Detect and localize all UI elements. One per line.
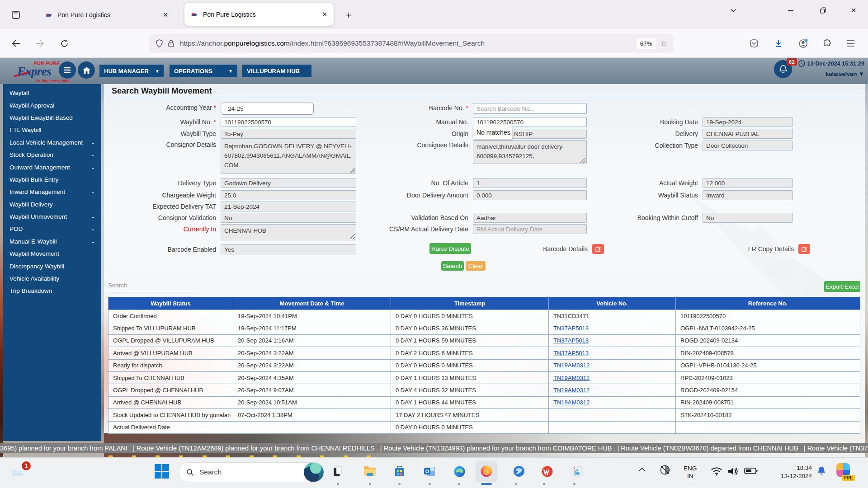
firefox-view-icon[interactable] (8, 7, 24, 23)
menu-icon[interactable] (844, 36, 858, 51)
snipping-tool-icon[interactable] (568, 462, 586, 480)
back-button[interactable] (8, 35, 24, 52)
raise-dispute-button[interactable]: Raise Dispute (429, 243, 471, 254)
sidebar-item-inward-management[interactable]: Inward Management⌄ (3, 186, 101, 198)
wps-office-icon[interactable] (538, 462, 556, 480)
sidebar-item-outward-management[interactable]: Outward Management⌄ (3, 161, 101, 173)
thunderbird-icon[interactable] (510, 462, 528, 480)
resize-handle[interactable] (349, 167, 355, 173)
downloads-icon[interactable] (771, 36, 786, 51)
start-button[interactable] (153, 462, 171, 480)
sidebar-item-waybill-bulk-entry[interactable]: Waybill Bulk Entry (3, 174, 101, 186)
volume-icon[interactable] (727, 466, 739, 476)
table-row: Actual Delivered Date0 DAY 0 HOURS 0 MIN… (108, 421, 860, 433)
address-bar[interactable]: https://anchor.ponpurelogistics.com/inde… (149, 34, 674, 53)
sidebar-item-waybill[interactable]: Waybill (3, 87, 101, 99)
reference-no-cell (676, 421, 860, 433)
vehicle-link[interactable]: TN19AM0312 (553, 387, 590, 394)
table-column-header[interactable]: Vehicle No. (549, 297, 676, 310)
field-input-waybill-status[interactable]: Inward (703, 190, 793, 200)
table-column-header[interactable]: Reference No. (676, 297, 860, 310)
tab-close-icon[interactable]: ✕ (318, 8, 331, 21)
hamburger-menu-icon[interactable] (59, 61, 76, 79)
tab-list-chevron-icon[interactable] (722, 0, 745, 21)
sidebar-item-local-vehicle-management[interactable]: Local Vehicle Management⌄ (3, 136, 101, 149)
sidebar-item-vehicle-availability[interactable]: Vehicle Availability (3, 272, 101, 285)
firefox-icon[interactable] (477, 462, 495, 480)
field-input-barcode-enabled[interactable]: Yes (221, 244, 356, 254)
field-input-booking-within-cutoff[interactable]: No (703, 213, 793, 223)
sidebar-item-stock-operation[interactable]: Stock Operation⌄ (3, 149, 101, 161)
user-menu[interactable]: kalaiselvan ▼ (826, 70, 864, 77)
sidebar-item-manual-e-waybill[interactable]: Manual E-Waybill⌄ (3, 235, 101, 248)
battery-icon[interactable] (744, 467, 758, 475)
lock-icon[interactable] (168, 40, 175, 47)
tab-active[interactable]: Pon Pure Logistics ✕ (184, 3, 334, 26)
tab-inactive[interactable]: Pon Pure Logistics ✕ (39, 5, 175, 24)
sidebar-item-discrepancy-waybill[interactable]: Discrepancy Waybill (3, 260, 101, 272)
operations-dropdown[interactable]: OPERATIONS▼ (170, 65, 237, 77)
sidebar-item-waybill-movement[interactable]: Waybill Movement (3, 248, 101, 260)
page-background: WaybillWaybill ApprovalWaybill EwayBill … (0, 84, 868, 457)
field-input-actual-weight[interactable]: 12.000 (703, 178, 793, 188)
microsoft-store-icon[interactable] (391, 462, 409, 480)
sidebar-item-waybill-delivery[interactable]: Waybill Delivery (3, 198, 101, 211)
dnd-icon[interactable] (659, 464, 671, 476)
field-input-barcode-no[interactable]: Search Barcode No... (473, 103, 587, 114)
vehicle-link[interactable]: TN37AP5013 (553, 325, 589, 332)
sidebar-item-waybill-unmovement[interactable]: Waybill Unmovement⌄ (3, 211, 101, 223)
hub-manager-dropdown[interactable]: HUB MANAGER▼ (99, 65, 164, 77)
pocket-icon[interactable] (747, 36, 761, 51)
field-input-booking-date[interactable]: 19-Sep-2024 (703, 117, 793, 127)
table-column-header[interactable]: Waybill Status (108, 297, 233, 310)
field-input-delivery[interactable]: CHENNAI PUZHAL (703, 129, 793, 139)
clear-button[interactable]: Clear (466, 261, 486, 271)
tab-close-icon[interactable]: ✕ (159, 9, 172, 21)
vehicle-link[interactable]: TN37AP5013 (553, 337, 589, 344)
forward-button[interactable] (32, 35, 48, 52)
window-restore-button[interactable] (811, 0, 835, 21)
table-column-header[interactable]: Movement Date & Time (233, 297, 391, 310)
new-tab-button[interactable]: + (341, 8, 356, 23)
task-view-icon[interactable] (329, 462, 347, 480)
account-icon[interactable] (796, 36, 810, 51)
notification-bell-icon[interactable] (816, 465, 826, 476)
tray-chevron-icon[interactable] (638, 467, 646, 472)
table-filter-input[interactable] (108, 292, 196, 292)
field-input-collection-type[interactable]: Door Collection (703, 141, 793, 150)
zoom-level-badge[interactable]: 67% (637, 38, 656, 49)
clock-date[interactable]: 18:3413-12-2024 (769, 464, 812, 480)
resize-handle[interactable] (349, 233, 355, 239)
edge-icon[interactable] (450, 462, 468, 480)
sidebar-item-waybill-ewaybill-based[interactable]: Waybill EwayBill Based (3, 112, 101, 124)
extensions-icon[interactable] (820, 36, 835, 51)
sidebar-item-ftl-waybill[interactable]: FTL Waybill (3, 124, 101, 136)
window-close-button[interactable]: ✕ (842, 0, 865, 21)
vehicle-link[interactable]: TN19AM0312 (553, 399, 590, 406)
resize-handle[interactable] (580, 157, 585, 163)
file-explorer-icon[interactable] (361, 462, 379, 480)
field-input-expected-tat[interactable]: 21-Sep-2024 (221, 202, 356, 211)
language-indicator[interactable]: ENGIN (684, 465, 697, 480)
reload-button[interactable] (56, 35, 72, 52)
sidebar-item-waybill-approval[interactable]: Waybill Approval (3, 99, 101, 111)
field-input-csrm-actual-delivery[interactable]: RM Actual Delivery Date (473, 224, 587, 234)
taskbar-search[interactable]: Search (179, 462, 324, 482)
table-column-header[interactable]: Timestamp (391, 297, 549, 310)
outlook-icon[interactable]: O (420, 462, 439, 480)
barcode-details-edit-button[interactable] (592, 244, 604, 254)
vehicle-link[interactable]: TN37AP5013 (553, 350, 589, 357)
window-minimize-button[interactable] (779, 0, 802, 21)
wifi-icon[interactable] (711, 467, 722, 476)
export-excel-button[interactable]: Export Excel (824, 281, 860, 292)
sidebar-item-trip-breakdown[interactable]: Trip Breakdown (3, 285, 101, 297)
bookmark-star-icon[interactable]: ☆ (660, 39, 667, 48)
field-input-accounting-year[interactable]: 24-25 (221, 103, 314, 115)
home-icon[interactable] (78, 61, 95, 79)
vehicle-link[interactable]: TN19AM0312 (553, 375, 590, 381)
shield-icon[interactable] (156, 39, 163, 47)
sidebar-item-pod[interactable]: POD⌄ (3, 223, 101, 235)
vehicle-link[interactable]: TN19AM0312 (553, 362, 590, 369)
search-button[interactable]: Search (441, 261, 464, 271)
lr-copy-details-edit-button[interactable] (798, 244, 810, 254)
